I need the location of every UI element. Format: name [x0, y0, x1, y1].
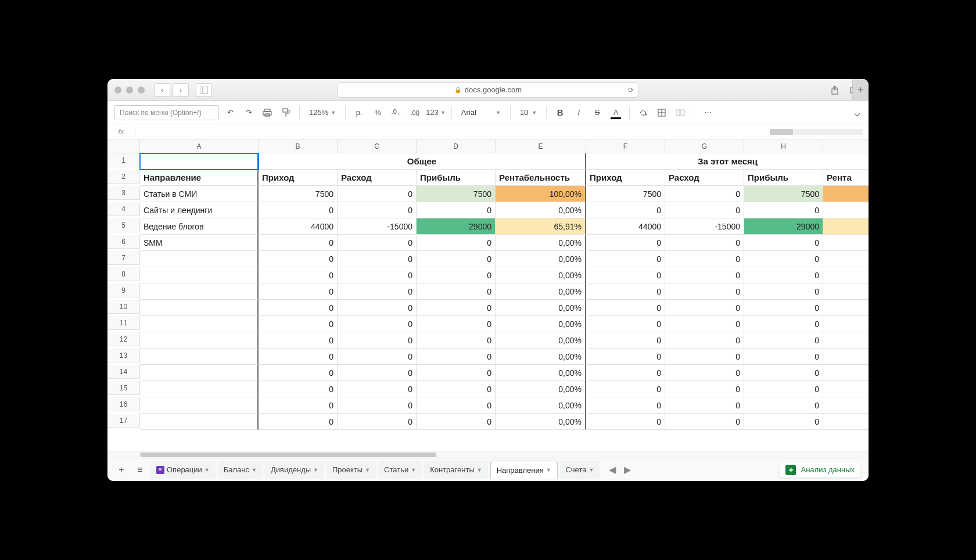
- cell-C8[interactable]: 0: [338, 267, 417, 283]
- sheet-tab-menu-icon[interactable]: ▼: [589, 467, 594, 473]
- strike-button[interactable]: S: [590, 105, 605, 120]
- cell-B6[interactable]: 0: [259, 235, 338, 251]
- col-header-A[interactable]: A: [140, 139, 259, 153]
- cell-D5[interactable]: 29000: [417, 218, 496, 235]
- horizontal-scrollbar[interactable]: [107, 451, 869, 458]
- font-size-select[interactable]: 10▼: [516, 108, 540, 117]
- cell-H15[interactable]: 0: [744, 381, 823, 397]
- cell-A6[interactable]: SMM: [140, 235, 259, 251]
- cell-D17[interactable]: 0: [417, 414, 496, 430]
- cell-F5[interactable]: 44000: [586, 218, 665, 235]
- cell-G3[interactable]: 0: [665, 186, 744, 202]
- cell-D11[interactable]: 0: [417, 316, 496, 332]
- cell-I4[interactable]: [823, 202, 869, 218]
- cell-F14[interactable]: 0: [586, 365, 665, 381]
- row-header-14[interactable]: 14: [107, 365, 140, 379]
- cell-E12[interactable]: 0,00%: [496, 332, 586, 349]
- cell-F6[interactable]: 0: [586, 235, 665, 251]
- sheet-tab-menu-icon[interactable]: ▼: [411, 467, 416, 473]
- cell-A5[interactable]: Ведение блогов: [140, 218, 259, 235]
- select-all[interactable]: [107, 139, 140, 153]
- share-icon[interactable]: [828, 84, 842, 96]
- more-button[interactable]: ⋯: [700, 105, 715, 120]
- col-header-G[interactable]: G: [665, 139, 744, 153]
- cell-H10[interactable]: 0: [744, 300, 823, 316]
- cell-H9[interactable]: 0: [744, 283, 823, 300]
- row-header-2[interactable]: 2: [107, 170, 140, 184]
- cell-I10[interactable]: [823, 300, 869, 316]
- cell-D6[interactable]: 0: [417, 235, 496, 251]
- sheet-tab-Контрагенты[interactable]: Контрагенты▼: [424, 461, 487, 479]
- cell-A11[interactable]: [140, 316, 259, 332]
- cell-I9[interactable]: [823, 283, 869, 300]
- merge-button[interactable]: [673, 105, 688, 120]
- row-header-9[interactable]: 9: [107, 283, 140, 297]
- row-header-7[interactable]: 7: [107, 251, 140, 265]
- cell-H3[interactable]: 7500: [744, 186, 823, 202]
- cell-F3[interactable]: 7500: [586, 186, 665, 202]
- cell-E3[interactable]: 100,00%: [496, 186, 586, 202]
- cell-B8[interactable]: 0: [259, 267, 338, 283]
- cell-E11[interactable]: 0,00%: [496, 316, 586, 332]
- cell-H8[interactable]: 0: [744, 267, 823, 283]
- cell-B9[interactable]: 0: [259, 283, 338, 300]
- borders-button[interactable]: [654, 105, 669, 120]
- cell-C4[interactable]: 0: [338, 202, 417, 218]
- cell-G10[interactable]: 0: [665, 300, 744, 316]
- cell-E7[interactable]: 0,00%: [496, 251, 586, 267]
- cell-A12[interactable]: [140, 332, 259, 349]
- row-header-17[interactable]: 17: [107, 414, 140, 428]
- tab-scroll-right[interactable]: ▶: [622, 464, 633, 476]
- cell-I3[interactable]: [823, 186, 869, 202]
- header-B[interactable]: Приход: [259, 170, 338, 186]
- cell-C3[interactable]: 0: [338, 186, 417, 202]
- cell-I17[interactable]: [823, 414, 869, 430]
- explore-button[interactable]: Анализ данных: [780, 462, 860, 478]
- sheet-tab-Операции[interactable]: Операции▼: [150, 461, 216, 479]
- header-A[interactable]: Направление: [140, 170, 259, 186]
- minimize-icon[interactable]: [126, 87, 133, 94]
- col-header-D[interactable]: D: [417, 139, 496, 153]
- zoom-icon[interactable]: [138, 87, 145, 94]
- header-E[interactable]: Рентабельность: [496, 170, 586, 186]
- cell-B12[interactable]: 0: [259, 332, 338, 349]
- url-bar[interactable]: 🔒 docs.google.com ⟳: [337, 82, 639, 98]
- col-header-B[interactable]: B: [259, 139, 338, 153]
- cell-G14[interactable]: 0: [665, 365, 744, 381]
- row-header-16[interactable]: 16: [107, 397, 140, 411]
- menu-search[interactable]: Поиск по меню (Option+/): [114, 105, 219, 120]
- cell-D4[interactable]: 0: [417, 202, 496, 218]
- row-header-3[interactable]: 3: [107, 186, 140, 200]
- row-header-12[interactable]: 12: [107, 332, 140, 346]
- cell-H7[interactable]: 0: [744, 251, 823, 267]
- text-color-button[interactable]: A: [608, 105, 623, 120]
- sheet-tab-menu-icon[interactable]: ▼: [313, 467, 318, 473]
- cell-F10[interactable]: 0: [586, 300, 665, 316]
- paint-format-button[interactable]: [278, 105, 293, 120]
- cell-A8[interactable]: [140, 267, 259, 283]
- cell-C17[interactable]: 0: [338, 414, 417, 430]
- cell-B5[interactable]: 44000: [259, 218, 338, 235]
- cell-B10[interactable]: 0: [259, 300, 338, 316]
- col-header-H[interactable]: H: [744, 139, 823, 153]
- cell-G12[interactable]: 0: [665, 332, 744, 349]
- collapse-toolbar[interactable]: ⌵: [854, 106, 860, 119]
- cell-F7[interactable]: 0: [586, 251, 665, 267]
- cell-D8[interactable]: 0: [417, 267, 496, 283]
- cell-C13[interactable]: 0: [338, 349, 417, 365]
- cell-D13[interactable]: 0: [417, 349, 496, 365]
- cell-G13[interactable]: 0: [665, 349, 744, 365]
- grid-area[interactable]: ABCDEFGH1ОбщееЗа этот месяц2НаправлениеП…: [107, 139, 869, 451]
- sheet-tab-Баланс[interactable]: Баланс▼: [218, 461, 263, 479]
- cell-G7[interactable]: 0: [665, 251, 744, 267]
- cell-H4[interactable]: 0: [744, 202, 823, 218]
- cell-H6[interactable]: 0: [744, 235, 823, 251]
- row-header-4[interactable]: 4: [107, 202, 140, 216]
- new-tab-button[interactable]: +: [852, 79, 869, 101]
- italic-button[interactable]: I: [571, 105, 586, 120]
- header-H[interactable]: Прибыль: [744, 170, 823, 186]
- cell-A14[interactable]: [140, 365, 259, 381]
- cell-I13[interactable]: [823, 349, 869, 365]
- sheet-tab-Проекты[interactable]: Проекты▼: [326, 461, 376, 479]
- cell-A10[interactable]: [140, 300, 259, 316]
